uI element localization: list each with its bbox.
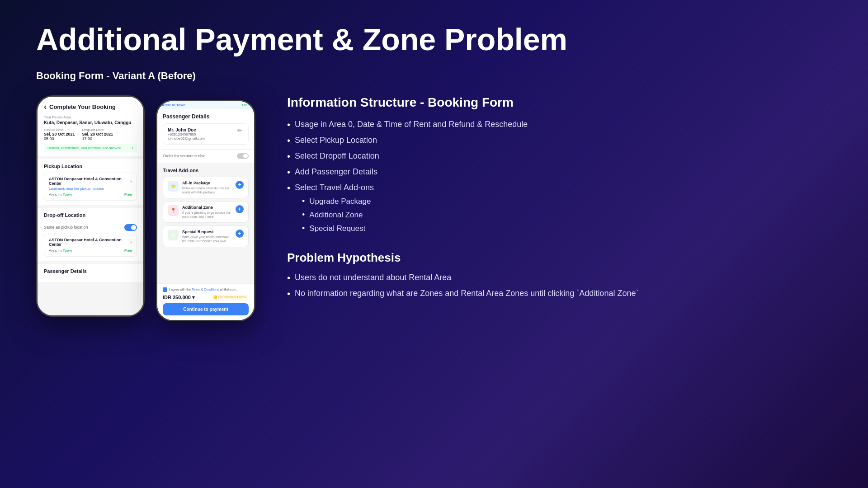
- info-structure-list: Usage in Area 0, Date & Time of Rent and…: [287, 119, 832, 237]
- dropoff-card-row: ASTON Denpasar Hotel & Convention Center…: [49, 238, 132, 247]
- pickup-area-row: Area: In Town Free: [49, 192, 132, 197]
- same-pickup-toggle[interactable]: [124, 224, 137, 231]
- addon-allin-content: All-in Package Relax and enjoy a hassle-…: [182, 181, 232, 194]
- refund-banner[interactable]: Refund, reschedule, and overtime are all…: [44, 144, 137, 152]
- terms-suffix: at tiket.com.: [220, 288, 237, 291]
- continue-payment-button[interactable]: Continue to payment: [163, 303, 249, 315]
- sub-bullet-list: Upgrade Package Additional Zone Special …: [302, 196, 374, 235]
- back-arrow-icon[interactable]: ‹: [44, 102, 47, 112]
- info-item-1: Usage in Area 0, Date & Time of Rent and…: [287, 119, 832, 131]
- addon-special-content: Special Request Write down your needs an…: [182, 230, 232, 243]
- addon-zone-plus-btn[interactable]: +: [236, 205, 244, 213]
- passenger-name: Mr. John Doe: [168, 127, 205, 132]
- passenger-section-preview: Passenger Details: [38, 264, 143, 282]
- addon-zone-title: Additional Zone: [182, 205, 232, 210]
- dropoff-date-col: Drop-off Date Sel, 20 Oct 2021 17:00: [82, 128, 113, 141]
- addon-allin-desc: Relax and enjoy a hassle-free car rental…: [182, 186, 232, 194]
- passenger-email: johndoe02@gmail.com: [168, 136, 205, 141]
- dropoff-location-card[interactable]: ASTON Denpasar Hotel & Convention Center…: [44, 234, 137, 257]
- same-pickup-label: Same as pickup location: [44, 225, 88, 230]
- sub-item-3: Special Request: [302, 223, 374, 234]
- back-row: ‹ Complete Your Booking: [44, 102, 137, 112]
- dates-row: Pickup Date Sel, 20 Oct 2021 05:00 Drop-…: [44, 128, 137, 141]
- pickup-date-label: Pickup Date: [44, 128, 75, 132]
- addon-special-icon: ⚙: [168, 230, 179, 240]
- pickup-date-value: Sel, 20 Oct 2021: [44, 132, 75, 136]
- info-item-4: Add Passenger Details: [287, 166, 832, 178]
- dropoff-date-label: Drop-off Date: [82, 128, 113, 132]
- passenger-info-card[interactable]: Mr. John Doe +6281234567890 johndoe02@gm…: [163, 123, 249, 145]
- pickup-card-row: ASTON Denpasar Hotel & Convention Center…: [49, 177, 132, 186]
- refund-text: Refund, reschedule, and overtime are all…: [47, 146, 121, 150]
- phone1-title: Complete Your Booking: [49, 103, 116, 110]
- pickup-date-col: Pickup Date Sel, 20 Oct 2021 05:00: [44, 128, 75, 141]
- dropoff-time-value: 17:00: [82, 136, 113, 141]
- dropoff-location-name: ASTON Denpasar Hotel & Convention Center: [49, 238, 130, 247]
- price-arrow-icon[interactable]: ▾: [192, 295, 195, 300]
- phone2-top-bar: Area: In Town Free: [157, 101, 254, 109]
- addon-zone-content: Additional Zone If you're planning to go…: [182, 205, 232, 219]
- addon-special-desc: Write down your needs and make the renta…: [182, 235, 232, 243]
- order-for-label: Order for someone else: [163, 154, 206, 158]
- passenger-title: Passenger Details: [163, 113, 249, 120]
- info-item-5: Select Travel Add-ons Upgrade Package Ad…: [287, 182, 832, 237]
- main-container: Additional Payment & Zone Problem Bookin…: [0, 0, 868, 488]
- dropoff-free-badge: Free: [124, 249, 132, 253]
- pickup-free-badge: Free: [124, 192, 132, 197]
- rental-area-value: Kuta, Denpasar, Sanur, Uluwatu, Canggu: [44, 120, 137, 125]
- order-for-row: Order for someone else: [157, 150, 254, 163]
- dropoff-section: Drop-off Location Same as pickup locatio…: [38, 208, 143, 261]
- addon-allin-card[interactable]: ⭐ All-in Package Relax and enjoy a hassl…: [163, 177, 249, 198]
- phones-area: ‹ Complete Your Booking Your Rental Area…: [36, 95, 255, 321]
- sub-item-1: Upgrade Package: [302, 196, 374, 207]
- addon-special-plus-btn[interactable]: +: [236, 230, 244, 238]
- content-row: ‹ Complete Your Booking Your Rental Area…: [36, 95, 832, 321]
- addon-allin-title: All-in Package: [182, 181, 232, 185]
- rental-area-label: Your Rental Area: [44, 115, 137, 119]
- same-pickup-row: Same as pickup location: [44, 221, 137, 234]
- passenger-header: Passenger Details Mr. John Doe +62812345…: [157, 109, 254, 150]
- dropoff-area-value: In Town: [58, 249, 72, 253]
- section-label: Booking Form - Variant A (Before): [36, 70, 832, 82]
- phone-mockup-2: Area: In Town Free Passenger Details Mr.…: [156, 100, 255, 321]
- sub-item-2: Additional Zone: [302, 210, 374, 221]
- dropoff-area-label: Area: In Town: [49, 249, 72, 253]
- terms-link[interactable]: Terms & Conditions: [192, 288, 219, 291]
- price-row: IDR 250.000 ▾ 🟡 Get 999 tiket Points: [163, 295, 249, 300]
- top-bar-area: Area: In Town: [162, 103, 185, 107]
- terms-row: I agree with the Terms & Conditions at t…: [163, 287, 249, 292]
- terms-checkbox[interactable]: [163, 287, 167, 292]
- rental-area-section: Your Rental Area Kuta, Denpasar, Sanur, …: [44, 115, 137, 125]
- passenger-details: Mr. John Doe +6281234567890 johndoe02@gm…: [168, 127, 205, 141]
- info-item-3: Select Dropoff Location: [287, 150, 832, 163]
- info-item-2: Select Pickup Location: [287, 135, 832, 147]
- problem-title: Problem Hypothesis: [287, 251, 832, 265]
- pickup-section-title: Pickup Location: [44, 164, 137, 169]
- phone-screen-1: ‹ Complete Your Booking Your Rental Area…: [38, 97, 143, 315]
- passenger-section-title: Passenger Details: [44, 268, 137, 274]
- pickup-location-name: ASTON Denpasar Hotel & Convention Center: [49, 177, 130, 186]
- pickup-location-card[interactable]: ASTON Denpasar Hotel & Convention Center…: [44, 173, 137, 201]
- refund-chevron-icon: ›: [132, 145, 133, 150]
- addon-allin-icon: ⭐: [168, 181, 179, 192]
- dropoff-area-row: Area: In Town Free: [49, 249, 132, 253]
- addon-special-title: Special Request: [182, 230, 232, 234]
- page-title: Additional Payment & Zone Problem: [36, 23, 832, 56]
- points-badge: 🟡 Get 999 tiket Points: [211, 295, 249, 300]
- passenger-phone: +6281234567890: [168, 132, 205, 136]
- addon-allin-plus-btn[interactable]: +: [236, 181, 244, 189]
- price-amount: IDR 250.000 ▾: [163, 295, 195, 300]
- problem-item-2: No information regarding what are Zones …: [287, 288, 832, 300]
- edit-icon[interactable]: ✏: [237, 127, 244, 134]
- info-panel: Information Structure - Booking Form Usa…: [274, 95, 832, 314]
- pickup-area-value: In Town: [58, 192, 72, 197]
- travel-addons-section: Travel Add-ons ⭐ All-in Package Relax an…: [157, 163, 254, 255]
- travel-addons-title: Travel Add-ons: [163, 168, 249, 173]
- addon-special-card[interactable]: ⚙ Special Request Write down your needs …: [163, 225, 249, 247]
- pickup-area-label: Area: In Town: [49, 192, 72, 197]
- info-structure-title: Information Structure - Booking Form: [287, 95, 832, 110]
- terms-text: I agree with the Terms & Conditions at t…: [169, 288, 237, 291]
- order-for-toggle[interactable]: [237, 153, 249, 159]
- addon-zone-card[interactable]: 📍 Additional Zone If you're planning to …: [163, 201, 249, 223]
- pickup-chevron-icon: ›: [130, 178, 132, 184]
